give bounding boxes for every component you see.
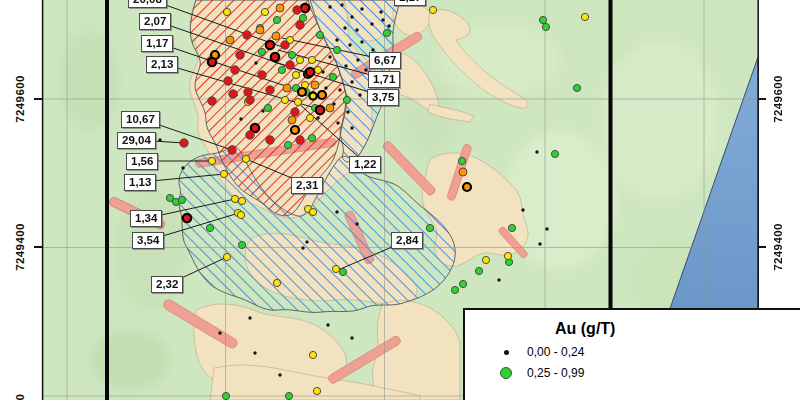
value-label: 1,22 [349,156,381,173]
value-label: 1,17 [141,35,173,52]
legend-item-label: 0,00 - 0,24 [527,345,584,359]
legend-item-label: 0,25 - 0,99 [527,366,584,380]
sample-point [266,86,274,94]
sample-point [208,97,216,105]
sample-point [248,316,251,319]
sample-point [281,96,288,103]
sample-point [355,222,358,225]
sample-point [504,252,511,259]
sample-point [229,90,237,98]
sample-point [309,208,316,215]
sample-point [458,157,465,164]
sample-point [356,58,359,61]
sample-point [208,58,216,66]
sample-point [429,6,436,13]
sample-point [379,10,382,13]
sample-point [276,4,284,12]
legend-row: 0,00 - 0,24 [499,345,800,359]
sample-point [350,336,353,339]
sample-point [246,131,254,139]
sample-point [318,91,326,99]
sample-point [326,104,334,112]
sample-point [271,53,279,61]
sample-point [220,170,227,177]
sample-point [329,73,336,80]
sample-point [343,26,346,29]
value-label: 1,56 [126,153,158,170]
sample-point [459,280,466,287]
left-margin [0,0,42,400]
sample-point [326,323,329,326]
sample-point [551,150,558,157]
legend: Au (g/T) 0,00 - 0,24 0,25 - 0,99 [463,308,800,400]
sample-point [291,126,299,134]
sample-point [285,392,292,399]
sample-point [226,36,234,44]
sample-point [281,41,289,49]
sample-point [253,351,256,354]
sample-point [350,126,353,129]
sample-point [316,31,323,38]
sample-point [538,242,541,245]
sample-point [521,208,524,211]
sample-point [332,265,339,272]
sample-point [242,155,249,162]
sample-point [339,268,346,275]
sample-point [293,6,301,14]
sample-point [291,108,299,116]
value-label: 20,08 [128,0,167,8]
sample-point [308,134,315,141]
sample-point [314,66,321,73]
sample-point [273,279,280,286]
sample-point [264,104,271,111]
sample-point [328,5,331,8]
sample-point [158,138,161,141]
sample-point [581,13,588,20]
sample-point [237,211,244,218]
sample-point [360,7,363,10]
sample-point [238,241,245,248]
sample-point [535,150,538,153]
sample-point [305,240,308,243]
sample-point [306,114,313,121]
sample-point [316,116,319,119]
sample-point [350,15,353,18]
legend-dot-green [499,367,513,379]
sample-point [370,22,373,25]
sample-point [236,51,244,59]
value-label: 1,17 [394,0,426,6]
sample-point [313,387,320,394]
value-label: 2,31 [291,177,323,194]
sample-point [178,196,185,203]
sample-point [343,96,350,103]
sample-point [288,51,295,58]
sample-point [316,106,324,114]
value-label: 6,67 [369,52,401,69]
sample-point [231,195,238,202]
sample-point [272,32,280,40]
sample-point [381,18,384,21]
legend-dot-black [499,350,513,355]
value-label: 1,13 [124,174,156,191]
sample-point [335,210,338,213]
sample-point [223,253,230,260]
sample-point [238,197,245,204]
sample-point [338,88,341,91]
sample-point [278,373,281,376]
value-label: 29,04 [117,132,156,149]
sample-point [296,21,304,29]
sample-point [258,48,265,55]
value-label: 2,13 [146,56,178,73]
sample-point [254,61,257,64]
map-screenshot: 7249600 7249400 7249600 7249400 0 0 20,0… [0,0,800,400]
sample-point [208,157,215,164]
sample-point [508,224,515,231]
sample-point [266,136,274,144]
sample-point [355,28,358,31]
sample-point [335,38,338,41]
sample-point [324,86,327,89]
sample-point [475,267,482,274]
sample-point [294,98,301,105]
sample-point [348,43,351,46]
sample-point [350,80,353,83]
